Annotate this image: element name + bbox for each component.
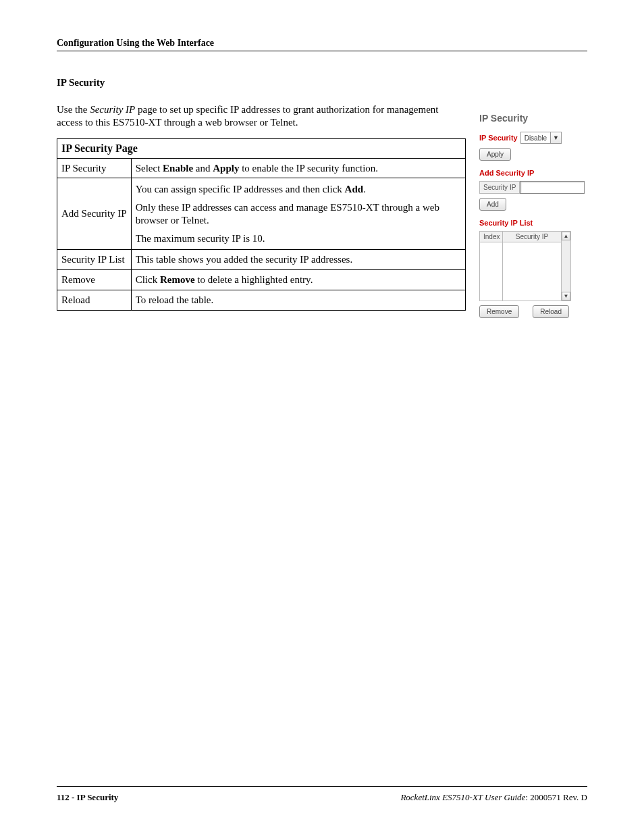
security-ip-list-heading: Security IP List xyxy=(479,219,587,227)
table-row: IP Security Select Enable and Apply to e… xyxy=(57,158,466,178)
definition-table: IP Security Page IP Security Select Enab… xyxy=(57,138,466,311)
table-row: Add Security IP You can assign specific … xyxy=(57,178,466,250)
section-heading: IP Security xyxy=(57,77,587,88)
left-column: Use the Security IP page to set up speci… xyxy=(57,103,466,326)
panel-title: IP Security xyxy=(479,113,587,124)
row-label: IP Security xyxy=(57,158,132,178)
add-security-ip-heading: Add Security IP xyxy=(479,169,587,177)
select-value: Disable xyxy=(521,132,550,143)
scrollbar: ▲ ▼ xyxy=(561,232,570,301)
row-desc: To reload the table. xyxy=(131,290,465,310)
row-label: Add Security IP xyxy=(57,178,132,250)
security-ip-field-label: Security IP xyxy=(479,181,520,194)
content-row: Use the Security IP page to set up speci… xyxy=(57,103,587,326)
chevron-down-icon: ▼ xyxy=(550,132,561,143)
scroll-track[interactable] xyxy=(562,240,570,292)
add-button[interactable]: Add xyxy=(479,198,506,211)
apply-button[interactable]: Apply xyxy=(479,148,511,161)
col-security-ip: Security IP xyxy=(503,232,561,242)
add-security-ip-section: Add Security IP Security IP Add xyxy=(479,169,587,211)
table-row: Remove Click Remove to delete a highligh… xyxy=(57,270,466,290)
footer-rev: : 2000571 Rev. D xyxy=(525,792,587,802)
list-body-index[interactable] xyxy=(480,242,502,301)
row-label: Remove xyxy=(57,270,132,290)
intro-paragraph: Use the Security IP page to set up speci… xyxy=(57,103,466,129)
header-text: Configuration Using the Web Interface xyxy=(57,38,214,48)
security-ip-input[interactable] xyxy=(520,181,585,194)
row-desc: Select Enable and Apply to enable the IP… xyxy=(131,158,465,178)
footer-left: 112 - IP Security xyxy=(57,792,118,803)
page-header: Configuration Using the Web Interface xyxy=(57,37,587,51)
remove-button[interactable]: Remove xyxy=(479,305,519,318)
row-label: Reload xyxy=(57,290,132,310)
scroll-up-icon[interactable]: ▲ xyxy=(562,232,570,240)
list-body-ip[interactable] xyxy=(503,242,561,301)
scroll-down-icon[interactable]: ▼ xyxy=(562,292,570,301)
ip-security-label: IP Security xyxy=(479,134,518,142)
footer-guide: RocketLinx ES7510-XT User Guide xyxy=(400,792,525,802)
intro-italic: Security IP xyxy=(90,104,135,115)
intro-pre: Use the xyxy=(57,104,90,115)
ip-security-section: IP Security Disable ▼ Apply xyxy=(479,132,587,161)
ip-security-select[interactable]: Disable ▼ xyxy=(520,132,562,144)
row-desc: You can assign specific IP addresses and… xyxy=(131,178,465,250)
ui-panel: IP Security IP Security Disable ▼ Apply … xyxy=(479,103,587,326)
col-index: Index xyxy=(480,232,502,242)
row-desc: This table shows you added the security … xyxy=(131,250,465,270)
security-ip-list-table: Index Security IP ▲ ▼ xyxy=(479,231,571,301)
page-footer: 112 - IP Security RocketLinx ES7510-XT U… xyxy=(57,786,587,803)
row-label: Security IP List xyxy=(57,250,132,270)
table-row: Reload To reload the table. xyxy=(57,290,466,310)
table-title: IP Security Page xyxy=(57,138,466,158)
footer-right: RocketLinx ES7510-XT User Guide: 2000571… xyxy=(400,792,587,803)
security-ip-list-section: Security IP List Index Security IP ▲ ▼ R… xyxy=(479,219,587,318)
table-row: Security IP List This table shows you ad… xyxy=(57,250,466,270)
row-desc: Click Remove to delete a highlighted ent… xyxy=(131,270,465,290)
reload-button[interactable]: Reload xyxy=(533,305,569,318)
